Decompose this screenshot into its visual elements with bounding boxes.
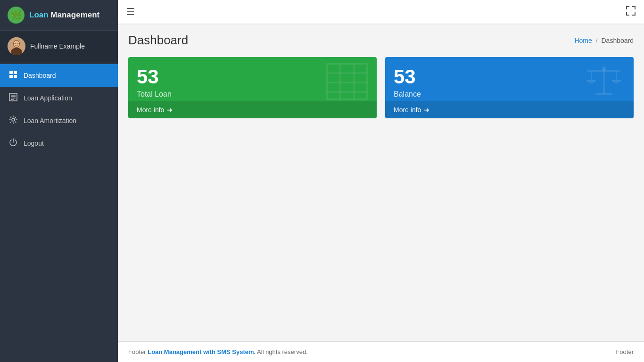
cards-row: 53 Total Loan [128,57,634,118]
content-area: Dashboard Home / Dashboard 53 Total Loan [118,24,644,341]
page-header: Dashboard Home / Dashboard [128,33,634,48]
app-title: Loan Management [29,10,99,20]
svg-rect-9 [14,75,17,78]
dashboard-label: Dashboard [24,72,56,79]
user-section: Fullname Example [0,30,118,62]
avatar-image [8,37,25,55]
app-title-mgmt: Management [49,10,100,19]
list-svg [9,93,17,101]
card-top-left: 53 Total Loan [137,66,368,100]
svg-rect-16 [327,64,367,99]
topbar: ☰ [118,0,644,24]
loan-amortization-icon [8,115,18,126]
balance-card: 53 Balance [385,57,634,118]
balance-label: Balance [394,90,421,99]
nav-menu: Dashboard Loan Application [0,64,118,362]
logout-icon [8,138,18,148]
dashboard-icon [8,70,18,81]
svg-rect-22 [603,69,605,94]
scale-bg-icon [583,63,625,100]
arrow-icon-1: ➜ [167,106,173,114]
footer-link[interactable]: Loan Management with SMS System. [148,348,256,355]
dashboard-svg [9,70,17,79]
total-loan-label: Total Loan [137,90,172,99]
total-loan-more-info[interactable]: More info ➜ [128,101,377,118]
svg-point-4 [15,43,16,44]
more-info-text-1: More info [137,106,164,114]
balance-number: 53 [394,66,421,88]
main-area: ☰ Dashboard Home / Dashboard [118,0,644,362]
arrow-icon-2: ➜ [424,106,429,114]
loan-application-icon [8,93,18,103]
sidebar: 🌿 Loan Management Fullname Example [0,0,118,362]
footer-right: Footer [616,348,634,355]
breadcrumb-home[interactable]: Home [574,37,592,44]
hamburger-button[interactable]: ☰ [126,6,135,17]
card-info-balance: 53 Balance [394,66,421,99]
breadcrumb: Home / Dashboard [574,37,634,44]
svg-rect-6 [9,71,13,74]
fullscreen-svg [626,6,636,16]
scale-icon-svg [583,63,625,100]
svg-point-27 [602,66,606,71]
more-info-text-2: More info [394,106,421,114]
user-name: Fullname Example [30,42,85,50]
logo-icon: 🌿 [10,9,22,21]
balance-more-info[interactable]: More info ➜ [385,101,634,118]
total-loan-number: 53 [137,66,172,88]
svg-point-5 [17,43,18,44]
logout-label: Logout [24,140,44,147]
fullscreen-button[interactable] [626,6,636,18]
breadcrumb-current: Dashboard [602,37,634,44]
sidebar-item-loan-application[interactable]: Loan Application [0,87,118,109]
footer: Footer Loan Management with SMS System. … [118,341,644,362]
card-info: 53 Total Loan [137,66,172,99]
svg-point-15 [12,118,15,121]
footer-left: Footer Loan Management with SMS System. … [128,348,308,355]
total-loan-card: 53 Total Loan [128,57,377,118]
loan-amortization-label: Loan Amortization [24,117,76,124]
gear-svg [9,115,17,124]
sidebar-item-loan-amortization[interactable]: Loan Amortization [0,109,118,132]
app-title-loan: Loan [29,10,49,19]
sidebar-header: 🌿 Loan Management [0,0,118,30]
page-title: Dashboard [128,33,188,48]
avatar [8,37,25,55]
sidebar-item-logout[interactable]: Logout [0,132,118,155]
app-logo: 🌿 [8,7,25,24]
table-icon-svg [326,63,368,100]
loan-application-label: Loan Application [24,94,72,102]
card-top-right: 53 Balance [394,66,625,100]
table-bg-icon [326,63,368,100]
breadcrumb-separator: / [596,37,598,44]
svg-rect-10 [9,93,17,101]
svg-rect-23 [595,93,612,95]
sidebar-item-dashboard[interactable]: Dashboard [0,64,118,87]
svg-rect-7 [14,71,17,74]
power-svg [9,138,17,147]
footer-text-after: All rights reserved. [256,348,308,355]
footer-text-before: Footer [128,348,148,355]
svg-point-3 [14,41,19,47]
svg-rect-8 [9,75,13,78]
